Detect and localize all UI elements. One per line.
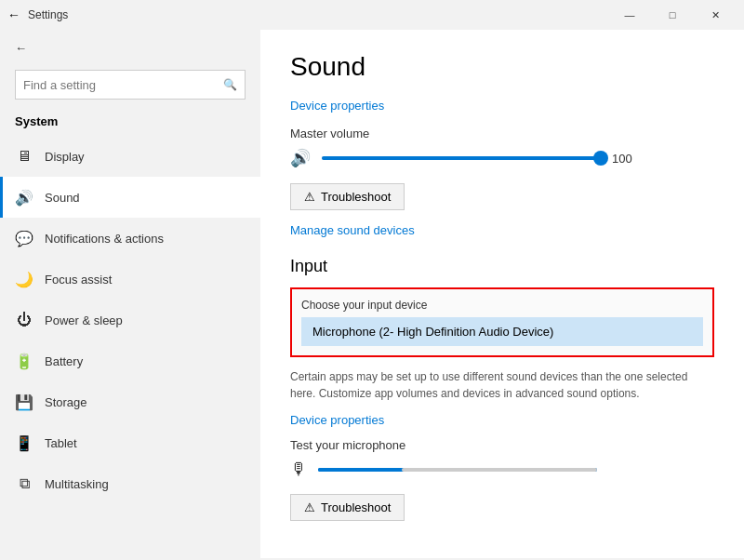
mic-icon: 🎙	[290, 460, 307, 479]
sidebar-item-label: Display	[45, 150, 85, 164]
sidebar-item-label: Storage	[45, 395, 87, 409]
sidebar-item-label: Multitasking	[45, 477, 109, 491]
storage-icon: 💾	[15, 393, 33, 411]
close-button[interactable]: ✕	[694, 0, 737, 30]
sidebar-item-multitasking[interactable]: ⧉ Multitasking	[0, 463, 260, 504]
sidebar-item-label: Focus assist	[45, 273, 112, 287]
sidebar-item-label: Notifications & actions	[45, 232, 164, 246]
manage-sound-devices-link[interactable]: Manage sound devices	[290, 223, 415, 237]
mic-slider-rest	[402, 468, 597, 472]
minimize-button[interactable]: —	[608, 0, 651, 30]
sound-icon: 🔊	[15, 189, 33, 207]
sidebar-item-power[interactable]: ⏻ Power & sleep	[0, 300, 260, 340]
device-properties-link2[interactable]: Device properties	[290, 413, 714, 427]
display-icon: 🖥	[15, 148, 33, 165]
back-button[interactable]: ←	[0, 30, 260, 66]
search-icon: 🔍	[223, 78, 237, 91]
titlebar-controls: — □ ✕	[608, 0, 737, 30]
battery-icon: 🔋	[15, 353, 33, 370]
focus-icon: 🌙	[15, 271, 33, 288]
troubleshoot-button[interactable]: ⚠ Troubleshoot	[290, 183, 405, 210]
search-box[interactable]: 🔍	[15, 70, 246, 100]
volume-value: 100	[612, 152, 640, 166]
sidebar-item-battery[interactable]: 🔋 Battery	[0, 340, 260, 381]
power-icon: ⏻	[15, 312, 33, 328]
page-title: Sound	[290, 52, 714, 82]
input-device-dropdown[interactable]: Microphone (2- High Definition Audio Dev…	[301, 317, 703, 346]
sidebar-item-sound[interactable]: 🔊 Sound	[0, 177, 260, 218]
sidebar: ← 🔍 System 🖥 Display 🔊 Sound 💬 Notificat…	[0, 30, 260, 558]
volume-icon: 🔊	[290, 148, 311, 168]
sidebar-item-focus[interactable]: 🌙 Focus assist	[0, 259, 260, 300]
master-volume-label: Master volume	[290, 127, 714, 140]
app-container: ← 🔍 System 🖥 Display 🔊 Sound 💬 Notificat…	[0, 30, 744, 558]
input-device-box: Choose your input device Microphone (2- …	[290, 287, 714, 357]
titlebar-left: ← Settings	[7, 7, 68, 22]
volume-slider[interactable]	[322, 156, 601, 160]
mic-slider-fill	[318, 468, 402, 472]
sidebar-item-storage[interactable]: 💾 Storage	[0, 381, 260, 422]
sidebar-item-label: Battery	[45, 354, 83, 368]
troubleshoot-icon: ⚠	[304, 190, 315, 204]
sidebar-item-notifications[interactable]: 💬 Notifications & actions	[0, 218, 260, 259]
mic-slider[interactable]	[318, 468, 597, 472]
device-properties-link[interactable]: Device properties	[290, 99, 384, 113]
info-text: Certain apps may be set up to use differ…	[290, 368, 690, 402]
volume-thumb[interactable]	[593, 151, 608, 166]
input-section-heading: Input	[290, 257, 714, 276]
volume-fill	[322, 156, 601, 160]
sidebar-item-display[interactable]: 🖥 Display	[0, 136, 260, 177]
sidebar-item-tablet[interactable]: 📱 Tablet	[0, 422, 260, 463]
tablet-icon: 📱	[15, 434, 33, 452]
multitasking-icon: ⧉	[15, 475, 33, 492]
sidebar-item-label: Power & sleep	[45, 313, 123, 327]
back-arrow-icon: ←	[15, 41, 27, 55]
troubleshoot-icon2: ⚠	[304, 500, 315, 514]
maximize-button[interactable]: □	[651, 0, 694, 30]
sidebar-item-label: Tablet	[45, 436, 77, 450]
mic-row: 🎙	[290, 460, 714, 479]
content-area: Sound Device properties Master volume 🔊 …	[260, 30, 744, 558]
titlebar: ← Settings — □ ✕	[0, 0, 744, 30]
troubleshoot-button2[interactable]: ⚠ Troubleshoot	[290, 494, 405, 521]
back-icon[interactable]: ←	[7, 7, 20, 22]
search-input[interactable]	[23, 78, 223, 92]
choose-input-label: Choose your input device	[301, 299, 703, 312]
notifications-icon: 💬	[15, 230, 33, 247]
sidebar-item-label: Sound	[45, 191, 80, 205]
titlebar-title: Settings	[28, 8, 68, 21]
test-microphone-label: Test your microphone	[290, 438, 714, 452]
volume-row: 🔊 100	[290, 148, 714, 168]
troubleshoot-label2: Troubleshoot	[321, 500, 391, 514]
section-title: System	[0, 111, 260, 136]
troubleshoot-label: Troubleshoot	[321, 190, 391, 204]
